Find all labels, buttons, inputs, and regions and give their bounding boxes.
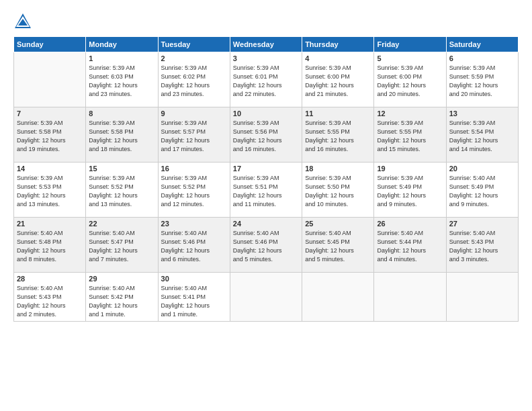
day-info-line: Daylight: 12 hours bbox=[89, 137, 138, 144]
calendar-week-3: 14Sunrise: 5:39 AMSunset: 5:53 PMDayligh… bbox=[14, 163, 519, 218]
calendar-cell: 16Sunrise: 5:39 AMSunset: 5:52 PMDayligh… bbox=[158, 163, 230, 218]
day-info-line: and 19 minutes. bbox=[17, 146, 60, 152]
calendar-week-4: 21Sunrise: 5:40 AMSunset: 5:48 PMDayligh… bbox=[14, 218, 519, 273]
day-info-line: Sunset: 5:47 PM bbox=[89, 238, 134, 245]
day-info-line: Sunrise: 5:40 AM bbox=[89, 285, 135, 291]
day-number: 23 bbox=[161, 220, 227, 228]
day-info-line: Daylight: 12 hours bbox=[305, 137, 354, 144]
day-info-line: Daylight: 12 hours bbox=[449, 247, 498, 254]
day-info-line: Sunrise: 5:39 AM bbox=[377, 120, 423, 126]
day-info-line: Daylight: 12 hours bbox=[161, 192, 210, 199]
day-info: Sunrise: 5:40 AMSunset: 5:42 PMDaylight:… bbox=[89, 284, 154, 319]
day-info-line: Sunset: 5:51 PM bbox=[233, 183, 278, 190]
day-number: 3 bbox=[233, 54, 299, 62]
calendar-cell: 3Sunrise: 5:39 AMSunset: 6:01 PMDaylight… bbox=[230, 52, 302, 107]
calendar-header-friday: Friday bbox=[374, 37, 446, 52]
calendar-cell bbox=[14, 52, 86, 107]
day-number: 27 bbox=[449, 220, 515, 228]
calendar-cell bbox=[374, 273, 446, 322]
day-info-line: and 4 minutes. bbox=[377, 256, 416, 263]
day-info-line: Daylight: 12 hours bbox=[233, 137, 282, 144]
day-info-line: and 17 minutes. bbox=[161, 146, 204, 152]
day-info-line: and 9 minutes. bbox=[449, 201, 489, 208]
day-info-line: and 10 minutes. bbox=[305, 201, 348, 208]
day-info-line: Sunset: 6:00 PM bbox=[377, 73, 422, 80]
day-info-line: Daylight: 12 hours bbox=[305, 82, 354, 89]
day-info-line: Daylight: 12 hours bbox=[449, 82, 498, 89]
calendar-header-saturday: Saturday bbox=[446, 37, 518, 52]
calendar-cell: 25Sunrise: 5:40 AMSunset: 5:45 PMDayligh… bbox=[302, 218, 374, 273]
day-info: Sunrise: 5:39 AMSunset: 6:01 PMDaylight:… bbox=[233, 64, 299, 99]
day-info-line: Sunset: 5:43 PM bbox=[449, 238, 494, 245]
day-info-line: Sunrise: 5:39 AM bbox=[161, 64, 208, 71]
day-info-line: Sunset: 5:48 PM bbox=[17, 238, 62, 245]
day-number: 5 bbox=[377, 54, 443, 62]
day-info-line: and 1 minute. bbox=[161, 311, 198, 318]
day-info-line: Daylight: 12 hours bbox=[17, 247, 66, 254]
day-info: Sunrise: 5:39 AMSunset: 5:49 PMDaylight:… bbox=[377, 174, 443, 209]
day-number: 2 bbox=[161, 54, 227, 62]
day-number: 9 bbox=[161, 109, 227, 118]
day-info-line: Sunset: 5:58 PM bbox=[17, 128, 62, 135]
day-info-line: Sunset: 5:57 PM bbox=[161, 128, 206, 135]
day-info: Sunrise: 5:39 AMSunset: 5:58 PMDaylight:… bbox=[17, 119, 83, 154]
day-info-line: Sunset: 5:54 PM bbox=[449, 128, 494, 135]
day-info-line: Daylight: 12 hours bbox=[161, 137, 210, 144]
day-info-line: Sunrise: 5:39 AM bbox=[17, 120, 63, 126]
day-info-line: Daylight: 12 hours bbox=[233, 82, 282, 89]
day-number: 6 bbox=[449, 54, 515, 62]
day-info-line: Daylight: 12 hours bbox=[233, 192, 282, 199]
calendar-cell: 26Sunrise: 5:40 AMSunset: 5:44 PMDayligh… bbox=[374, 218, 446, 273]
calendar-cell: 9Sunrise: 5:39 AMSunset: 5:57 PMDaylight… bbox=[158, 107, 230, 163]
day-info: Sunrise: 5:39 AMSunset: 5:52 PMDaylight:… bbox=[161, 174, 227, 209]
day-info-line: and 20 minutes. bbox=[377, 91, 420, 97]
day-info-line: and 14 minutes. bbox=[449, 146, 492, 152]
day-info: Sunrise: 5:39 AMSunset: 5:59 PMDaylight:… bbox=[449, 64, 515, 99]
day-number: 20 bbox=[449, 165, 515, 173]
calendar-cell: 10Sunrise: 5:39 AMSunset: 5:56 PMDayligh… bbox=[230, 107, 302, 163]
day-info-line: and 23 minutes. bbox=[161, 91, 204, 97]
day-info-line: and 13 minutes. bbox=[17, 201, 60, 208]
day-info-line: Sunrise: 5:39 AM bbox=[377, 175, 423, 181]
day-info-line: Daylight: 12 hours bbox=[377, 137, 426, 144]
day-info-line: and 11 minutes. bbox=[233, 201, 276, 208]
day-info-line: Sunrise: 5:40 AM bbox=[161, 285, 208, 291]
day-info-line: Sunrise: 5:40 AM bbox=[17, 285, 63, 291]
calendar-cell: 24Sunrise: 5:40 AMSunset: 5:46 PMDayligh… bbox=[230, 218, 302, 273]
day-number: 8 bbox=[89, 109, 154, 118]
day-info-line: Sunrise: 5:39 AM bbox=[449, 120, 496, 126]
calendar-cell: 27Sunrise: 5:40 AMSunset: 5:43 PMDayligh… bbox=[446, 218, 518, 273]
day-info-line: Daylight: 12 hours bbox=[17, 302, 66, 309]
logo-icon bbox=[13, 12, 32, 31]
day-info-line: Daylight: 12 hours bbox=[89, 192, 138, 199]
day-number: 17 bbox=[233, 165, 299, 173]
calendar-cell bbox=[302, 273, 374, 322]
page-header bbox=[13, 12, 519, 31]
day-info-line: and 6 minutes. bbox=[161, 256, 201, 263]
day-info-line: Sunrise: 5:40 AM bbox=[233, 230, 279, 236]
day-info-line: and 7 minutes. bbox=[89, 256, 128, 263]
day-info-line: and 21 minutes. bbox=[305, 91, 348, 97]
calendar-cell: 13Sunrise: 5:39 AMSunset: 5:54 PMDayligh… bbox=[446, 107, 518, 163]
day-number: 18 bbox=[305, 165, 371, 173]
day-info-line: Sunrise: 5:39 AM bbox=[161, 120, 208, 126]
day-info: Sunrise: 5:39 AMSunset: 5:56 PMDaylight:… bbox=[233, 119, 299, 154]
day-number: 11 bbox=[305, 109, 371, 118]
day-info: Sunrise: 5:39 AMSunset: 6:02 PMDaylight:… bbox=[161, 64, 227, 99]
day-info: Sunrise: 5:40 AMSunset: 5:48 PMDaylight:… bbox=[17, 229, 83, 264]
day-info-line: and 1 minute. bbox=[89, 311, 126, 318]
day-info-line: Sunset: 5:55 PM bbox=[377, 128, 422, 135]
day-info: Sunrise: 5:40 AMSunset: 5:45 PMDaylight:… bbox=[305, 229, 371, 264]
calendar-cell: 7Sunrise: 5:39 AMSunset: 5:58 PMDaylight… bbox=[14, 107, 86, 163]
calendar-cell: 6Sunrise: 5:39 AMSunset: 5:59 PMDaylight… bbox=[446, 52, 518, 107]
day-info-line: Sunrise: 5:39 AM bbox=[305, 175, 351, 181]
calendar-table: SundayMondayTuesdayWednesdayThursdayFrid… bbox=[13, 36, 519, 322]
day-info-line: Sunrise: 5:40 AM bbox=[449, 175, 496, 181]
day-info-line: Sunrise: 5:40 AM bbox=[305, 230, 351, 236]
day-info-line: Daylight: 12 hours bbox=[305, 192, 354, 199]
day-info-line: Daylight: 12 hours bbox=[17, 192, 66, 199]
day-info-line: Sunrise: 5:39 AM bbox=[305, 120, 351, 126]
day-info-line: and 18 minutes. bbox=[89, 146, 132, 152]
day-info: Sunrise: 5:39 AMSunset: 6:03 PMDaylight:… bbox=[89, 64, 154, 99]
calendar-cell: 20Sunrise: 5:40 AMSunset: 5:49 PMDayligh… bbox=[446, 163, 518, 218]
